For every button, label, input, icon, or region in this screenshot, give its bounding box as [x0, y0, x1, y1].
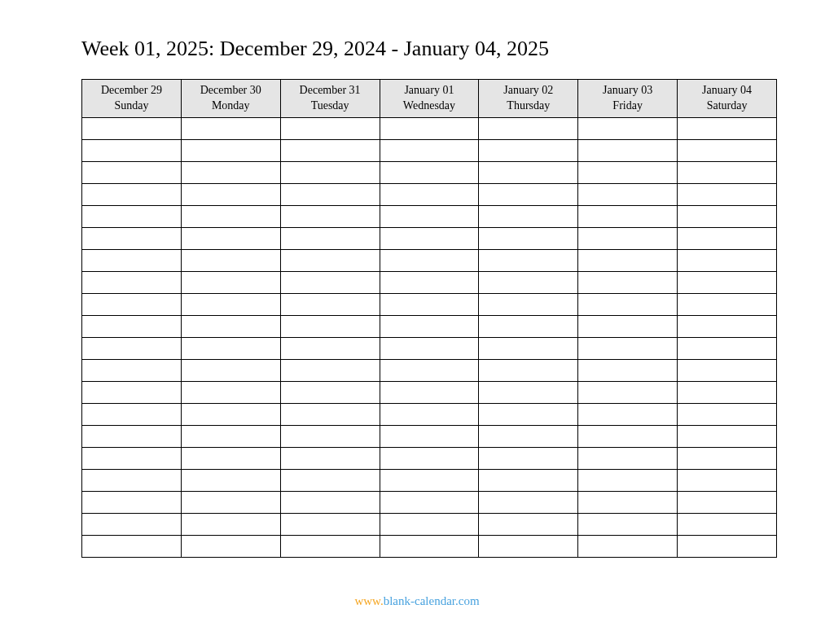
- calendar-cell: [280, 315, 380, 337]
- col-header-sunday: December 29 Sunday: [82, 80, 182, 118]
- calendar-cell: [578, 403, 678, 425]
- table-row: [82, 183, 777, 205]
- col-day: Saturday: [679, 99, 775, 114]
- calendar-cell: [578, 513, 678, 535]
- calendar-page: Week 01, 2025: December 29, 2024 - Janua…: [0, 0, 834, 574]
- calendar-cell: [181, 183, 280, 205]
- calendar-cell: [578, 139, 678, 161]
- calendar-cell: [181, 403, 280, 425]
- weekly-calendar-table: December 29 Sunday December 30 Monday De…: [81, 79, 777, 558]
- calendar-cell: [181, 469, 280, 491]
- calendar-cell: [380, 425, 479, 447]
- table-row: [82, 161, 777, 183]
- calendar-cell: [479, 359, 578, 381]
- calendar-cell: [82, 337, 182, 359]
- table-header: December 29 Sunday December 30 Monday De…: [82, 80, 777, 118]
- calendar-cell: [578, 227, 678, 249]
- table-row: [82, 337, 777, 359]
- calendar-cell: [678, 249, 777, 271]
- calendar-cell: [181, 249, 280, 271]
- calendar-cell: [82, 425, 182, 447]
- table-row: [82, 535, 777, 557]
- calendar-cell: [181, 381, 280, 403]
- footer-link: www.blank-calendar.com: [0, 594, 834, 608]
- calendar-cell: [181, 359, 280, 381]
- calendar-cell: [479, 183, 578, 205]
- calendar-cell: [678, 271, 777, 293]
- col-day: Friday: [580, 99, 675, 114]
- col-date: January 03: [580, 83, 675, 99]
- calendar-cell: [578, 491, 678, 513]
- calendar-cell: [380, 205, 479, 227]
- calendar-cell: [280, 535, 380, 557]
- calendar-cell: [578, 183, 678, 205]
- calendar-cell: [578, 161, 678, 183]
- calendar-cell: [181, 205, 280, 227]
- calendar-cell: [380, 293, 479, 315]
- calendar-cell: [479, 535, 578, 557]
- calendar-cell: [82, 161, 182, 183]
- table-row: [82, 249, 777, 271]
- calendar-cell: [479, 513, 578, 535]
- calendar-cell: [280, 337, 380, 359]
- col-day: Thursday: [481, 99, 576, 114]
- calendar-cell: [280, 513, 380, 535]
- calendar-cell: [82, 315, 182, 337]
- calendar-cell: [181, 425, 280, 447]
- calendar-cell: [280, 293, 380, 315]
- table-row: [82, 469, 777, 491]
- calendar-cell: [181, 491, 280, 513]
- calendar-cell: [678, 425, 777, 447]
- calendar-cell: [578, 535, 678, 557]
- calendar-cell: [280, 403, 380, 425]
- page-title: Week 01, 2025: December 29, 2024 - Janua…: [81, 37, 777, 61]
- table-row: [82, 359, 777, 381]
- calendar-cell: [678, 161, 777, 183]
- calendar-cell: [380, 403, 479, 425]
- calendar-cell: [181, 161, 280, 183]
- calendar-cell: [82, 117, 182, 139]
- table-row: [82, 139, 777, 161]
- calendar-cell: [82, 139, 182, 161]
- calendar-cell: [280, 469, 380, 491]
- calendar-cell: [479, 249, 578, 271]
- calendar-cell: [82, 183, 182, 205]
- col-day: Wednesday: [382, 99, 477, 114]
- col-header-tuesday: December 31 Tuesday: [280, 80, 380, 118]
- col-day: Monday: [183, 99, 279, 114]
- calendar-cell: [479, 315, 578, 337]
- calendar-cell: [82, 271, 182, 293]
- col-date: January 04: [679, 83, 775, 99]
- table-row: [82, 205, 777, 227]
- calendar-cell: [280, 491, 380, 513]
- calendar-cell: [280, 205, 380, 227]
- calendar-cell: [479, 425, 578, 447]
- calendar-cell: [280, 249, 380, 271]
- calendar-cell: [678, 315, 777, 337]
- col-header-thursday: January 02 Thursday: [479, 80, 578, 118]
- calendar-cell: [82, 447, 182, 469]
- calendar-cell: [280, 139, 380, 161]
- calendar-cell: [479, 381, 578, 403]
- calendar-cell: [181, 117, 280, 139]
- calendar-cell: [181, 337, 280, 359]
- calendar-cell: [479, 205, 578, 227]
- calendar-cell: [82, 381, 182, 403]
- table-row: [82, 491, 777, 513]
- calendar-cell: [280, 381, 380, 403]
- calendar-cell: [380, 381, 479, 403]
- table-row: [82, 425, 777, 447]
- table-row: [82, 381, 777, 403]
- col-day: Sunday: [84, 99, 179, 114]
- calendar-cell: [181, 139, 280, 161]
- calendar-cell: [479, 139, 578, 161]
- table-row: [82, 293, 777, 315]
- table-body: [82, 117, 777, 557]
- table-row: [82, 315, 777, 337]
- calendar-cell: [578, 249, 678, 271]
- calendar-cell: [380, 139, 479, 161]
- calendar-cell: [82, 535, 182, 557]
- calendar-cell: [280, 447, 380, 469]
- calendar-cell: [678, 139, 777, 161]
- col-day: Tuesday: [283, 99, 378, 114]
